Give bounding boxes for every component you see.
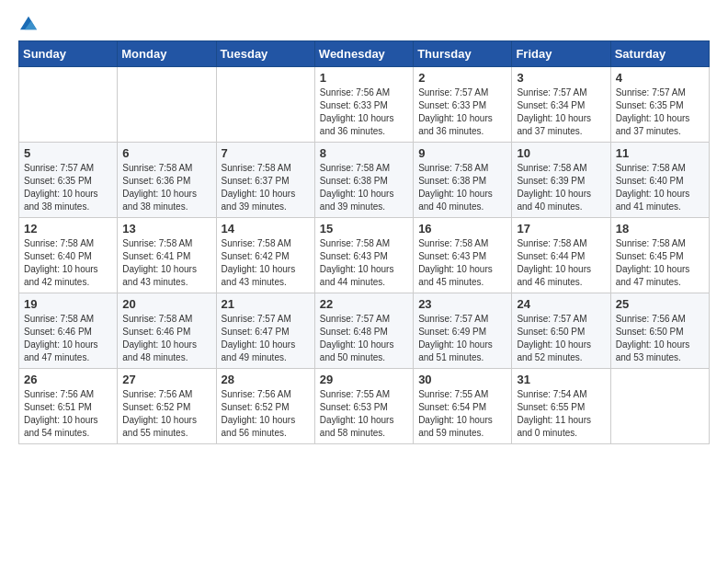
week-row-5: 26Sunrise: 7:56 AM Sunset: 6:51 PM Dayli…: [19, 369, 710, 444]
week-row-2: 5Sunrise: 7:57 AM Sunset: 6:35 PM Daylig…: [19, 143, 710, 218]
column-header-monday: Monday: [118, 41, 216, 67]
day-number: 29: [320, 373, 408, 386]
page: SundayMondayTuesdayWednesdayThursdayFrid…: [0, 0, 728, 459]
day-number: 30: [418, 373, 506, 386]
day-number: 23: [418, 297, 506, 311]
column-header-friday: Friday: [512, 41, 610, 67]
day-number: 25: [616, 297, 704, 311]
day-number: 3: [517, 71, 605, 85]
day-info: Sunrise: 7:58 AM Sunset: 6:43 PM Dayligh…: [320, 237, 408, 289]
day-cell: 28Sunrise: 7:56 AM Sunset: 6:52 PM Dayli…: [216, 369, 314, 444]
day-info: Sunrise: 7:55 AM Sunset: 6:53 PM Dayligh…: [320, 388, 408, 440]
day-info: Sunrise: 7:56 AM Sunset: 6:33 PM Dayligh…: [320, 86, 408, 138]
day-cell: 6Sunrise: 7:58 AM Sunset: 6:36 PM Daylig…: [118, 143, 216, 218]
day-number: 10: [517, 146, 605, 160]
day-number: 4: [616, 71, 704, 85]
day-cell: 8Sunrise: 7:58 AM Sunset: 6:38 PM Daylig…: [314, 143, 413, 218]
day-cell: 17Sunrise: 7:58 AM Sunset: 6:44 PM Dayli…: [512, 218, 610, 293]
day-number: 13: [122, 222, 210, 236]
day-cell: 16Sunrise: 7:58 AM Sunset: 6:43 PM Dayli…: [414, 218, 512, 293]
day-info: Sunrise: 7:57 AM Sunset: 6:49 PM Dayligh…: [418, 313, 506, 364]
day-info: Sunrise: 7:58 AM Sunset: 6:44 PM Dayligh…: [517, 237, 605, 289]
day-number: 7: [222, 146, 310, 160]
day-cell: 5Sunrise: 7:57 AM Sunset: 6:35 PM Daylig…: [19, 143, 118, 218]
day-number: 15: [320, 222, 408, 236]
day-cell: 10Sunrise: 7:58 AM Sunset: 6:39 PM Dayli…: [512, 143, 610, 218]
day-number: 2: [418, 71, 506, 85]
day-cell: 30Sunrise: 7:55 AM Sunset: 6:54 PM Dayli…: [414, 369, 512, 444]
day-cell: 24Sunrise: 7:57 AM Sunset: 6:50 PM Dayli…: [512, 293, 610, 369]
day-info: Sunrise: 7:58 AM Sunset: 6:39 PM Dayligh…: [517, 162, 605, 213]
day-cell: [610, 369, 709, 444]
day-number: 31: [517, 373, 605, 386]
day-number: 9: [418, 146, 506, 160]
day-number: 21: [222, 297, 310, 311]
day-info: Sunrise: 7:57 AM Sunset: 6:35 PM Dayligh…: [24, 162, 112, 213]
day-info: Sunrise: 7:58 AM Sunset: 6:45 PM Dayligh…: [616, 237, 704, 289]
day-cell: 7Sunrise: 7:58 AM Sunset: 6:37 PM Daylig…: [216, 143, 314, 218]
day-cell: 13Sunrise: 7:58 AM Sunset: 6:41 PM Dayli…: [118, 218, 216, 293]
column-header-saturday: Saturday: [610, 41, 709, 67]
day-info: Sunrise: 7:58 AM Sunset: 6:43 PM Dayligh…: [418, 237, 506, 289]
day-cell: 12Sunrise: 7:58 AM Sunset: 6:40 PM Dayli…: [19, 218, 118, 293]
day-number: 24: [517, 297, 605, 311]
header: [18, 15, 710, 31]
day-info: Sunrise: 7:57 AM Sunset: 6:48 PM Dayligh…: [320, 313, 408, 364]
day-info: Sunrise: 7:57 AM Sunset: 6:35 PM Dayligh…: [616, 86, 704, 138]
day-info: Sunrise: 7:58 AM Sunset: 6:41 PM Dayligh…: [122, 237, 210, 289]
day-cell: 26Sunrise: 7:56 AM Sunset: 6:51 PM Dayli…: [19, 369, 118, 444]
column-header-wednesday: Wednesday: [314, 41, 413, 67]
day-info: Sunrise: 7:56 AM Sunset: 6:52 PM Dayligh…: [122, 388, 210, 440]
week-row-4: 19Sunrise: 7:58 AM Sunset: 6:46 PM Dayli…: [19, 293, 710, 369]
day-info: Sunrise: 7:58 AM Sunset: 6:42 PM Dayligh…: [222, 237, 310, 289]
day-info: Sunrise: 7:58 AM Sunset: 6:36 PM Dayligh…: [122, 162, 210, 213]
day-info: Sunrise: 7:57 AM Sunset: 6:47 PM Dayligh…: [222, 313, 310, 364]
calendar-table: SundayMondayTuesdayWednesdayThursdayFrid…: [18, 40, 710, 444]
day-info: Sunrise: 7:57 AM Sunset: 6:50 PM Dayligh…: [517, 313, 605, 364]
day-info: Sunrise: 7:58 AM Sunset: 6:46 PM Dayligh…: [24, 313, 112, 364]
week-row-3: 12Sunrise: 7:58 AM Sunset: 6:40 PM Dayli…: [19, 218, 710, 293]
day-number: 1: [320, 71, 408, 85]
day-info: Sunrise: 7:57 AM Sunset: 6:34 PM Dayligh…: [517, 86, 605, 138]
day-cell: 1Sunrise: 7:56 AM Sunset: 6:33 PM Daylig…: [314, 67, 413, 143]
day-number: 11: [616, 146, 704, 160]
day-number: 18: [616, 222, 704, 236]
day-number: 26: [24, 373, 112, 386]
day-cell: 18Sunrise: 7:58 AM Sunset: 6:45 PM Dayli…: [610, 218, 709, 293]
day-cell: 31Sunrise: 7:54 AM Sunset: 6:55 PM Dayli…: [512, 369, 610, 444]
day-info: Sunrise: 7:58 AM Sunset: 6:38 PM Dayligh…: [418, 162, 506, 213]
day-cell: 14Sunrise: 7:58 AM Sunset: 6:42 PM Dayli…: [216, 218, 314, 293]
day-cell: 25Sunrise: 7:56 AM Sunset: 6:50 PM Dayli…: [610, 293, 709, 369]
day-cell: 15Sunrise: 7:58 AM Sunset: 6:43 PM Dayli…: [314, 218, 413, 293]
day-cell: 22Sunrise: 7:57 AM Sunset: 6:48 PM Dayli…: [314, 293, 413, 369]
day-info: Sunrise: 7:58 AM Sunset: 6:40 PM Dayligh…: [616, 162, 704, 213]
day-number: 17: [517, 222, 605, 236]
day-info: Sunrise: 7:58 AM Sunset: 6:46 PM Dayligh…: [122, 313, 210, 364]
day-number: 28: [222, 373, 310, 386]
day-number: 14: [222, 222, 310, 236]
day-info: Sunrise: 7:57 AM Sunset: 6:33 PM Dayligh…: [418, 86, 506, 138]
header-row: SundayMondayTuesdayWednesdayThursdayFrid…: [19, 41, 710, 67]
day-cell: 19Sunrise: 7:58 AM Sunset: 6:46 PM Dayli…: [19, 293, 118, 369]
day-number: 6: [122, 146, 210, 160]
day-number: 20: [122, 297, 210, 311]
day-info: Sunrise: 7:54 AM Sunset: 6:55 PM Dayligh…: [517, 388, 605, 440]
day-number: 5: [24, 146, 112, 160]
day-info: Sunrise: 7:56 AM Sunset: 6:51 PM Dayligh…: [24, 388, 112, 440]
day-cell: 20Sunrise: 7:58 AM Sunset: 6:46 PM Dayli…: [118, 293, 216, 369]
day-cell: 21Sunrise: 7:57 AM Sunset: 6:47 PM Dayli…: [216, 293, 314, 369]
day-cell: [19, 67, 118, 143]
day-number: 16: [418, 222, 506, 236]
day-info: Sunrise: 7:58 AM Sunset: 6:37 PM Dayligh…: [222, 162, 310, 213]
day-cell: 11Sunrise: 7:58 AM Sunset: 6:40 PM Dayli…: [610, 143, 709, 218]
day-info: Sunrise: 7:56 AM Sunset: 6:50 PM Dayligh…: [616, 313, 704, 364]
day-number: 22: [320, 297, 408, 311]
day-info: Sunrise: 7:55 AM Sunset: 6:54 PM Dayligh…: [418, 388, 506, 440]
day-cell: [118, 67, 216, 143]
day-cell: 27Sunrise: 7:56 AM Sunset: 6:52 PM Dayli…: [118, 369, 216, 444]
day-number: 27: [122, 373, 210, 386]
logo: [18, 15, 37, 31]
day-cell: 3Sunrise: 7:57 AM Sunset: 6:34 PM Daylig…: [512, 67, 610, 143]
column-header-tuesday: Tuesday: [216, 41, 314, 67]
day-info: Sunrise: 7:56 AM Sunset: 6:52 PM Dayligh…: [222, 388, 310, 440]
